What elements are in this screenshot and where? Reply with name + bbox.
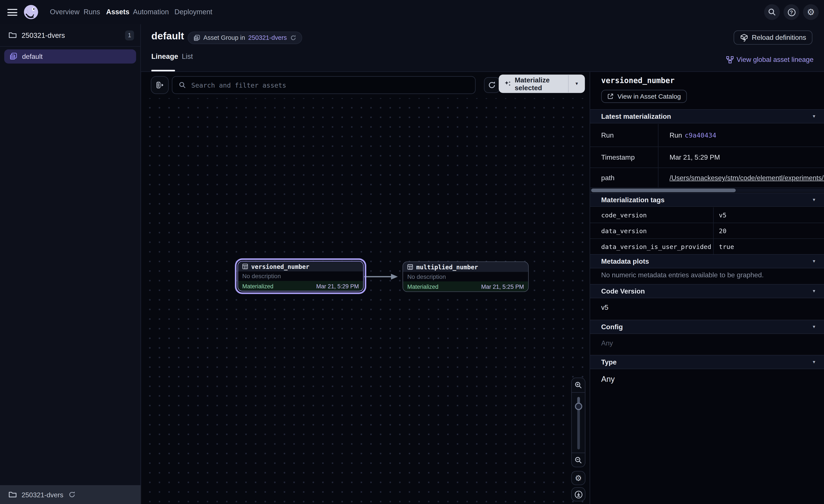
chevron-down-icon: ▼ <box>812 325 816 329</box>
open-panel-toggle-button[interactable] <box>151 76 169 94</box>
search-input[interactable] <box>190 81 469 90</box>
zoom-slider-thumb[interactable] <box>575 403 582 410</box>
chevron-down-icon: ▼ <box>812 360 816 365</box>
materialized-timestamp: Mar 21, 5:25 PM <box>481 283 524 290</box>
materialization-tags-table: code_version v5 data_version 20 data_ver… <box>590 208 824 255</box>
asset-node-status-row: Materialized Mar 21, 5:29 PM <box>238 281 363 291</box>
nav-item-assets[interactable]: Assets <box>106 0 129 24</box>
help-button[interactable]: ? <box>784 4 799 20</box>
chevron-down-icon: ▼ <box>812 198 816 202</box>
screenshot-stage: Overview Runs Assets Automation Deployme… <box>0 0 824 504</box>
zoom-in-icon <box>575 381 582 389</box>
chevron-down-icon: ▼ <box>812 289 816 293</box>
folder-icon <box>8 31 17 39</box>
section-header-type[interactable]: Type ▼ <box>590 355 824 369</box>
nav-item-runs[interactable]: Runs <box>84 0 100 24</box>
section-header-config[interactable]: Config ▼ <box>590 320 824 334</box>
nav-item-deployment[interactable]: Deployment <box>175 0 212 24</box>
zoom-out-icon <box>575 456 582 464</box>
materialized-status: Materialized <box>242 283 274 289</box>
graph-settings-button[interactable]: ⚙ <box>571 471 586 485</box>
lineage-graph-icon <box>726 56 733 64</box>
sidebar-divider <box>0 46 140 47</box>
type-value: Any <box>601 374 615 383</box>
run-prefix: Run <box>670 131 682 139</box>
reload-definitions-button[interactable]: Reload definitions <box>733 30 813 45</box>
nav-item-automation[interactable]: Automation <box>133 0 169 24</box>
refresh-graph-button[interactable] <box>484 77 500 93</box>
sidebar-item-label: default <box>22 52 43 60</box>
asset-node-versioned-number[interactable]: versioned_number No description Material… <box>237 261 364 291</box>
asset-details-title: versioned_number <box>601 76 675 85</box>
download-graph-button[interactable] <box>571 487 586 502</box>
dagster-logo-icon[interactable] <box>23 4 39 20</box>
table-icon <box>407 264 413 270</box>
section-header-latest-materialization[interactable]: Latest materialization ▼ <box>590 109 824 124</box>
run-id-link[interactable]: c9a40434 <box>685 131 716 139</box>
section-header-materialization-tags[interactable]: Materialization tags ▼ <box>590 193 824 207</box>
hamburger-menu-icon[interactable] <box>7 9 17 16</box>
refresh-icon[interactable] <box>290 35 296 41</box>
top-nav-bar: Overview Runs Assets Automation Deployme… <box>0 0 824 24</box>
code-version-value: v5 <box>601 303 608 311</box>
active-tab-underline <box>151 70 175 72</box>
row-key: code_version <box>590 208 714 223</box>
view-in-asset-catalog-button[interactable]: View in Asset Catalog <box>601 90 687 103</box>
row-value: 20 <box>714 223 824 238</box>
table-row-run: Run Run c9a40434 <box>590 124 824 147</box>
asset-details-panel: versioned_number View in Asset Catalog L… <box>590 72 824 504</box>
page-title: default <box>151 30 184 42</box>
folder-icon <box>8 491 17 498</box>
refresh-icon[interactable] <box>68 491 75 498</box>
view-in-asset-catalog-label: View in Asset Catalog <box>617 93 681 100</box>
chevron-down-icon: ▼ <box>575 81 579 86</box>
asset-search-box <box>172 76 476 94</box>
table-row-data-version-is-user-provided: data_version_is_user_provided true <box>590 239 824 255</box>
refresh-icon <box>488 81 496 89</box>
materialize-selected-button[interactable]: Materialize selected ▼ <box>499 75 585 93</box>
sidebar-repo-row[interactable]: 250321-dvers 1 <box>0 24 140 46</box>
reload-definitions-icon <box>740 33 748 42</box>
table-row-path: path /Users/smackesey/stm/code/elementl/… <box>590 168 824 188</box>
badge-prefix: Asset Group in <box>203 34 245 41</box>
view-global-asset-lineage-label: View global asset lineage <box>736 55 814 64</box>
table-row-data-version: data_version 20 <box>590 223 824 239</box>
table-icon <box>242 264 248 269</box>
dagster-app: Overview Runs Assets Automation Deployme… <box>0 0 824 504</box>
row-key: path <box>590 168 658 187</box>
chevron-down-icon: ▼ <box>812 259 816 264</box>
section-header-metadata-plots[interactable]: Metadata plots ▼ <box>590 254 824 268</box>
section-label: Metadata plots <box>601 257 649 265</box>
materialize-selected-main[interactable]: Materialize selected <box>499 75 568 93</box>
sidebar-item-default-group[interactable]: default <box>4 49 136 64</box>
row-key: data_version_is_user_provided <box>590 239 714 254</box>
horizontal-scrollbar-track[interactable] <box>590 188 824 192</box>
search-icon <box>768 8 776 16</box>
materialize-dropdown-toggle[interactable]: ▼ <box>569 75 585 93</box>
search-button[interactable] <box>764 4 780 20</box>
view-global-asset-lineage-link[interactable]: View global asset lineage <box>726 55 813 64</box>
asset-node-multiplied-number[interactable]: multiplied_number No description Materia… <box>403 261 529 292</box>
badge-repo-link[interactable]: 250321-dvers <box>248 34 287 41</box>
asset-group-icon <box>193 34 200 41</box>
zoom-out-button[interactable] <box>572 453 585 468</box>
download-icon <box>574 490 583 499</box>
path-link[interactable]: /Users/smackesey/stm/code/elementl/exper… <box>670 174 824 181</box>
table-row-timestamp: Timestamp Mar 21, 5:29 PM <box>590 147 824 168</box>
tab-list[interactable]: List <box>182 52 193 60</box>
chevron-down-icon: ▼ <box>812 114 816 119</box>
zoom-in-button[interactable] <box>572 378 585 392</box>
horizontal-scrollbar-thumb[interactable] <box>591 188 736 192</box>
graph-canvas[interactable] <box>141 98 590 504</box>
section-label: Code Version <box>601 287 645 295</box>
asset-node-header: multiplied_number <box>403 262 528 272</box>
gear-icon: ⚙ <box>807 8 815 16</box>
settings-button[interactable]: ⚙ <box>803 4 819 20</box>
nav-item-overview[interactable]: Overview <box>50 0 80 24</box>
zoom-slider[interactable] <box>572 392 585 453</box>
search-icon <box>179 81 186 89</box>
tab-lineage[interactable]: Lineage <box>151 52 178 60</box>
row-value: Run c9a40434 <box>658 124 824 146</box>
lineage-edge-arrow <box>364 273 400 280</box>
section-header-code-version[interactable]: Code Version ▼ <box>590 284 824 298</box>
